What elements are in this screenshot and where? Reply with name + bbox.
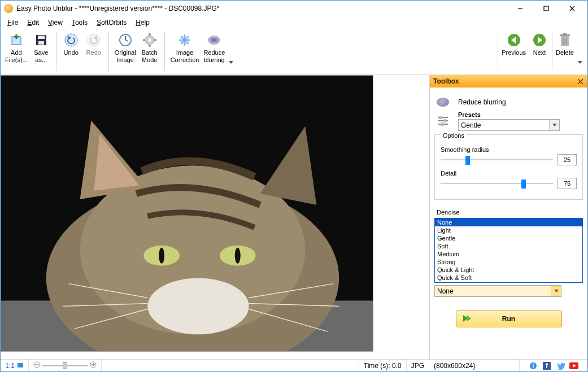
twitter-icon[interactable] bbox=[556, 361, 565, 370]
toolbox-close-button[interactable] bbox=[575, 76, 585, 86]
previous-button[interactable]: Previous bbox=[499, 30, 528, 73]
reduce-blurring-button[interactable]: Reduce blurring bbox=[201, 30, 227, 73]
presets-combo[interactable]: Gentle bbox=[458, 119, 560, 131]
svg-rect-9 bbox=[38, 41, 44, 45]
save-as-label: Save as... bbox=[34, 49, 48, 63]
denoise-option-medium[interactable]: Medium bbox=[435, 250, 582, 258]
undo-icon bbox=[63, 32, 79, 48]
gear-icon bbox=[142, 32, 158, 48]
menu-softorbits[interactable]: SoftOrbits bbox=[92, 17, 131, 28]
image-preview[interactable] bbox=[1, 75, 373, 352]
svg-point-27 bbox=[211, 38, 217, 42]
denoise-option-strong[interactable]: Strong bbox=[435, 258, 582, 266]
svg-point-11 bbox=[88, 34, 100, 46]
denoise-value: None bbox=[437, 287, 454, 295]
maximize-button[interactable] bbox=[533, 1, 559, 16]
smoothing-slider[interactable] bbox=[441, 156, 553, 164]
add-files-button[interactable]: Add File(s)... bbox=[3, 30, 30, 73]
image-correction-button[interactable]: Image Correction bbox=[168, 30, 202, 73]
delete-label: Delete bbox=[556, 49, 574, 56]
svg-rect-1 bbox=[544, 6, 548, 11]
run-button[interactable]: Run bbox=[456, 310, 562, 327]
svg-rect-8 bbox=[38, 36, 45, 39]
denoise-option-soft[interactable]: Soft bbox=[435, 242, 582, 250]
toolbar-right-dropdown[interactable] bbox=[576, 30, 584, 73]
close-button[interactable] bbox=[559, 1, 585, 16]
next-button[interactable]: Next bbox=[528, 30, 551, 73]
zoom-in-icon[interactable] bbox=[90, 361, 97, 370]
svg-rect-59 bbox=[18, 363, 23, 367]
play-icon bbox=[462, 314, 472, 325]
denoise-option-none[interactable]: None bbox=[435, 218, 582, 226]
workspace: Toolbox Reduce blurring Presets Gentle bbox=[1, 75, 587, 359]
zoom-ratio[interactable]: 1:1 bbox=[1, 360, 29, 371]
denoise-option-qstrong[interactable]: Quick & Strong bbox=[435, 282, 582, 283]
denoise-option-qlight[interactable]: Quick & Light bbox=[435, 266, 582, 274]
svg-rect-58 bbox=[441, 122, 443, 126]
chevron-down-icon bbox=[549, 120, 559, 130]
minimize-button[interactable] bbox=[507, 1, 533, 16]
sparkle-icon bbox=[177, 32, 193, 48]
status-spacer bbox=[102, 360, 359, 371]
detail-label: Detail bbox=[441, 170, 577, 177]
zoom-out-icon[interactable] bbox=[33, 361, 40, 370]
run-label: Run bbox=[502, 315, 515, 323]
svg-point-44 bbox=[147, 278, 249, 335]
canvas-area bbox=[1, 75, 429, 359]
options-legend: Options bbox=[441, 132, 467, 139]
denoise-option-light[interactable]: Light bbox=[435, 226, 582, 234]
detail-value[interactable]: 75 bbox=[557, 178, 577, 189]
menu-tools[interactable]: Tools bbox=[67, 17, 92, 28]
redo-icon bbox=[86, 32, 102, 48]
zoom-control[interactable] bbox=[29, 360, 102, 371]
image-correction-label: Image Correction bbox=[171, 49, 199, 63]
menu-bar: FFileile Edit View Tools SoftOrbits Help… bbox=[1, 16, 587, 29]
toolbox-title: Toolbox bbox=[433, 77, 459, 85]
status-bar: 1:1 Time (s): 0.0 JPG (800x600x24) i f bbox=[1, 359, 587, 371]
facebook-icon[interactable]: f bbox=[542, 361, 551, 370]
app-icon bbox=[4, 4, 13, 13]
undo-button[interactable]: Undo bbox=[60, 30, 82, 73]
denoise-label: Denoise bbox=[437, 209, 583, 216]
denoise-listbox[interactable]: None Light Gentle Soft Medium Strong Qui… bbox=[434, 218, 583, 283]
plus-icon bbox=[8, 32, 24, 48]
menu-help[interactable]: Help bbox=[131, 17, 154, 28]
youtube-icon[interactable] bbox=[569, 361, 578, 370]
original-image-button[interactable]: Original Image bbox=[112, 30, 138, 73]
floppy-icon bbox=[33, 32, 49, 48]
trash-icon bbox=[557, 32, 573, 48]
chevron-down-icon bbox=[577, 32, 583, 64]
delete-button[interactable]: Delete bbox=[554, 30, 576, 73]
denoise-combo[interactable]: None bbox=[434, 285, 561, 297]
presets-label: Presets bbox=[458, 111, 583, 118]
clock-icon bbox=[117, 32, 133, 48]
mode-label: Reduce blurring bbox=[458, 98, 506, 106]
add-files-label: Add File(s)... bbox=[5, 49, 28, 63]
menu-view[interactable]: View bbox=[43, 17, 67, 28]
toolbar: Add File(s)... Save as... Undo R bbox=[1, 29, 587, 75]
status-format: JPG bbox=[407, 360, 429, 371]
smoothing-value[interactable]: 25 bbox=[557, 154, 577, 165]
toolbox-panel: Toolbox Reduce blurring Presets Gentle bbox=[429, 75, 587, 359]
menu-file[interactable]: FFileile bbox=[3, 17, 23, 28]
toolbar-dropdown[interactable] bbox=[227, 30, 235, 73]
batch-mode-button[interactable]: Batch Mode bbox=[138, 30, 161, 73]
detail-slider[interactable] bbox=[441, 180, 553, 187]
next-label: Next bbox=[533, 49, 546, 56]
title-bar: Easy Photo Unblur - ****Unregistered ver… bbox=[1, 1, 587, 16]
redo-label: Redo bbox=[86, 49, 101, 56]
denoise-option-gentle[interactable]: Gentle bbox=[435, 234, 582, 242]
redo-button[interactable]: Redo bbox=[82, 30, 105, 73]
zoom-slider[interactable] bbox=[42, 364, 88, 367]
denoise-option-qsoft[interactable]: Quick & Soft bbox=[435, 274, 582, 282]
save-as-button[interactable]: Save as... bbox=[30, 30, 53, 73]
info-icon[interactable]: i bbox=[529, 361, 538, 370]
batch-mode-label: Batch Mode bbox=[142, 49, 158, 63]
menu-edit[interactable]: Edit bbox=[23, 17, 43, 28]
arrow-left-icon bbox=[506, 32, 522, 48]
svg-text:i: i bbox=[533, 362, 534, 370]
arrow-right-icon bbox=[532, 32, 547, 48]
svg-rect-56 bbox=[439, 116, 442, 119]
chevron-down-icon bbox=[551, 286, 561, 296]
svg-rect-31 bbox=[560, 34, 570, 36]
